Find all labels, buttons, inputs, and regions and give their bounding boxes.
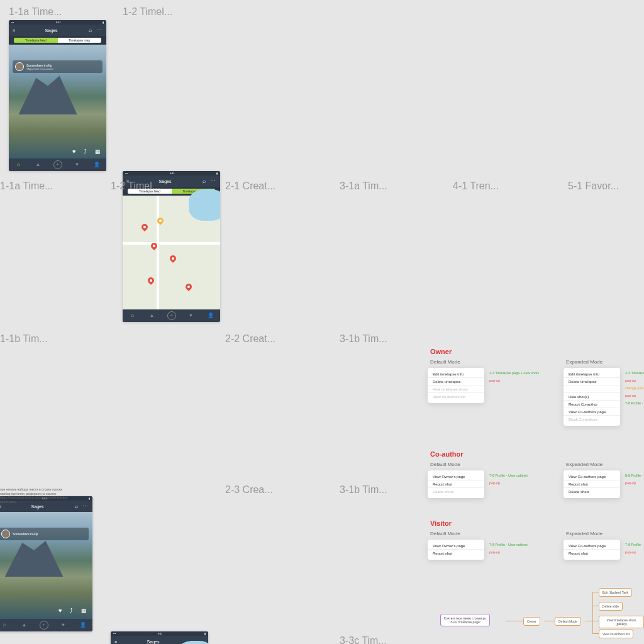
tab-trends[interactable]: ▲ xyxy=(14,619,34,631)
flow-leaf: View timelapse shots (gallery) xyxy=(599,616,644,628)
more-icon[interactable]: ⋯ xyxy=(96,27,103,33)
artboard-1-2[interactable]: •••9:41▮ ≡ Sages ⌕⋯ ⌂ ▲ + ♥ 👤 xyxy=(111,631,208,644)
feed-photo[interactable]: Somewhere in Alp#Alps #lake #mountains ♥… xyxy=(9,45,106,161)
spec-annotation: 7-8 Profile - User cabinet xyxy=(489,474,528,481)
spec-owner-expanded-card: Edit timelapse infoDelete timelapseHide … xyxy=(564,368,620,426)
tab-add[interactable]: + xyxy=(48,158,67,171)
status-bar: •••9:41▮ xyxy=(111,631,208,636)
flow-leaf: View co-authors list xyxy=(599,630,633,638)
spec-menu-item: Edit timelapse info xyxy=(428,370,484,378)
heart-icon[interactable]: ♥ xyxy=(72,148,79,155)
share-icon[interactable]: ⤴ xyxy=(70,608,76,614)
artboard-label: 4-1 Tren... xyxy=(453,180,499,192)
avatar[interactable] xyxy=(15,62,24,71)
artboard-label: 1-2 Timel... xyxy=(111,180,160,192)
menu-icon[interactable]: ≡ xyxy=(0,504,1,509)
grid-icon[interactable]: ▦ xyxy=(81,608,87,614)
tab-bar: ⌂ ▲ + ♥ 👤 xyxy=(123,309,220,322)
user-banner[interactable]: Somewhere in Alp xyxy=(0,528,89,540)
map-pin[interactable] xyxy=(184,282,193,291)
map-pin[interactable] xyxy=(140,223,149,231)
tab-add[interactable]: + xyxy=(34,619,53,631)
more-icon[interactable]: ⋯ xyxy=(210,178,216,184)
feed-photo[interactable]: Somewhere in Alp ♥ ⤴ ▦ xyxy=(0,512,92,620)
nav-title: Sages xyxy=(45,28,58,33)
spec-menu-item: Report shot xyxy=(428,480,484,488)
spec-menu-item: Delete shots xyxy=(428,488,484,496)
tab-bar: ⌂ ▲ + ♥ 👤 xyxy=(9,158,106,171)
tab-profile[interactable]: 👤 xyxy=(201,309,220,322)
flow-root: Контекстное меню страницы "3-1a Timelaps… xyxy=(440,614,490,626)
search-icon[interactable]: ⌕ xyxy=(201,178,208,184)
map-pin[interactable] xyxy=(147,276,155,285)
spec-coauthor-expanded-card: View Co-authors pageReport shotDelete sh… xyxy=(564,470,620,498)
search-icon[interactable]: ⌕ xyxy=(74,503,80,509)
artboard-1-1a[interactable]: •••9:41▮ ≡ Sages ⌕⋯ Somewhere in Alp ♥ ⤴… xyxy=(0,496,92,631)
heart-icon[interactable]: ♥ xyxy=(58,608,65,614)
tab-home[interactable]: ⌂ xyxy=(123,309,142,322)
flow-leaf: Edit (Update) Task xyxy=(599,588,632,597)
artboard-label: 1-1a Time... xyxy=(0,180,53,192)
share-icon[interactable]: ⤴ xyxy=(84,148,90,155)
artboard-label: 2-2 Creat... xyxy=(225,333,275,345)
spec-expanded-label: Expanded Mode xyxy=(566,462,602,467)
spec-default-label: Default Mode xyxy=(430,462,460,467)
tab-add[interactable]: + xyxy=(162,309,181,322)
spec-menu-item: View co-authors list xyxy=(428,393,484,401)
spec-menu-item: Report shot xyxy=(428,550,484,557)
tab-home[interactable]: ⌂ xyxy=(0,619,14,631)
tab-home[interactable]: ⌂ xyxy=(9,158,28,171)
spec-menu-item xyxy=(564,386,620,393)
user-banner[interactable]: Somewhere in Alp#Alps #lake #mountains xyxy=(13,60,103,73)
spec-annotation: 2-3 Timelapse page + new shots xyxy=(489,371,539,379)
spec-annotation: pop-up xyxy=(625,550,644,558)
segmented-control[interactable]: Timelapse feed Timelapse map xyxy=(9,36,106,45)
spec-annotation: pop-up xyxy=(625,379,644,386)
navbar: ≡ Sages ⌕⋯ xyxy=(9,25,106,36)
tab-fav[interactable]: ♥ xyxy=(181,309,201,322)
flow-owner: Owner xyxy=(523,617,540,626)
tab-trends[interactable]: ▲ xyxy=(142,309,162,322)
seg-feed[interactable]: Timelapse feed xyxy=(14,38,58,43)
spec-annotation: pop-up xyxy=(625,394,644,401)
spec-visitor-title: Visitor xyxy=(430,519,452,527)
search-icon[interactable]: ⌕ xyxy=(87,27,94,33)
nav-title: Sages xyxy=(147,640,160,644)
spec-menu-item: Report shot xyxy=(564,480,620,488)
spec-annotation: 7-8 Profile - User cab xyxy=(625,401,644,409)
artboard-label: 1-1b Tim... xyxy=(0,333,48,345)
menu-icon[interactable]: ≡ xyxy=(13,28,15,33)
spec-expanded-label: Expanded Mode xyxy=(566,359,602,365)
artboard-label: 1-1a Time... xyxy=(9,6,62,18)
more-icon[interactable]: ⋯ xyxy=(82,503,89,509)
status-bar: •••9:41▮ xyxy=(9,20,106,25)
spec-annotation: pop-up xyxy=(625,481,644,489)
spec-annotation: 2-3 Timelapse page xyxy=(625,371,644,379)
spec-menu-item: Delete timelapse xyxy=(428,378,484,386)
banner-title: Somewhere in Alp xyxy=(13,532,38,536)
flow-leaf: Delete slide xyxy=(599,602,623,611)
artboard-label: 5-1 Favor... xyxy=(568,180,619,192)
seg-map[interactable]: Timelapse map xyxy=(58,38,102,43)
annotation-text: при начале набора текста в строке поиска… xyxy=(0,487,94,504)
spec-menu-item: Delete timelapse xyxy=(564,378,620,386)
map-pin[interactable] xyxy=(169,254,177,263)
tab-trends[interactable]: ▲ xyxy=(28,158,48,171)
tab-profile[interactable]: 👤 xyxy=(73,619,92,631)
spec-annotation: 8-8 Profile - User c xyxy=(625,474,644,481)
menu-icon[interactable]: ≡ xyxy=(114,640,117,644)
spec-menu-item: Report Co-author xyxy=(564,401,620,408)
artboard-1-2-top[interactable]: •••9:41▮ ≡ Sages ⌕⋯ Timelapse feed Timel… xyxy=(123,171,220,322)
spec-annotation: 7-8 Profile - User cabinet xyxy=(489,543,528,550)
spec-menu-item: Hide shot(s) xyxy=(564,393,620,401)
map-view[interactable] xyxy=(123,196,220,312)
artboard-1-1a-top[interactable]: •••9:41▮ ≡ Sages ⌕⋯ Timelapse feed Timel… xyxy=(9,20,106,171)
spec-expanded-label: Expanded Mode xyxy=(566,531,602,536)
spec-annotation: pop-up xyxy=(489,550,528,558)
tab-fav[interactable]: ♥ xyxy=(53,619,73,631)
avatar[interactable] xyxy=(1,530,10,538)
tab-fav[interactable]: ♥ xyxy=(67,158,87,171)
grid-icon[interactable]: ▦ xyxy=(95,148,101,155)
tab-profile[interactable]: 👤 xyxy=(87,158,106,171)
photo-actions: ♥ ⤴ ▦ xyxy=(58,608,87,614)
